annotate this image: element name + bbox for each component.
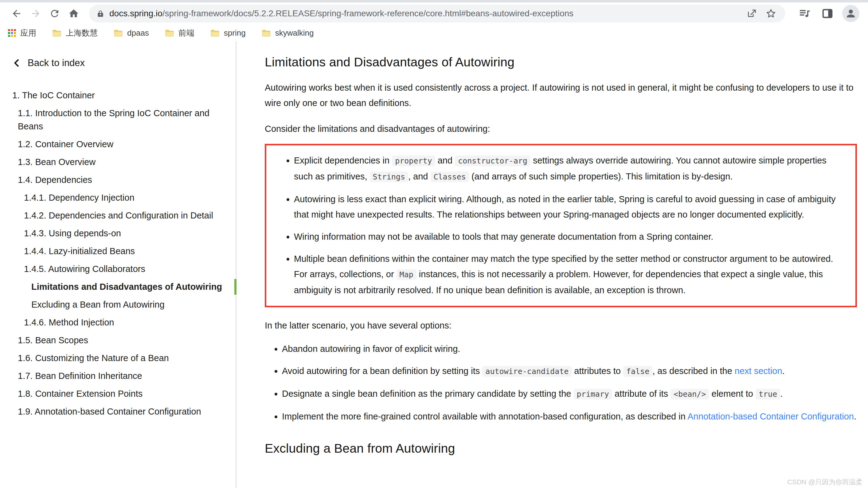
forward-icon[interactable] (28, 5, 43, 22)
bullet-text: , as described in the (652, 366, 735, 376)
csdn-watermark: CSDN @只因为你而温柔 (787, 478, 863, 487)
bullet-text: (and arrays of such simple properties). … (469, 172, 733, 181)
bullet-text: . (782, 366, 785, 376)
bullet-text: Implement the more fine-grained control … (282, 411, 687, 421)
sidebar-item-active[interactable]: Limitations and Disadvantages of Autowir… (12, 280, 236, 294)
apps-grid-icon (8, 29, 16, 37)
back-to-index-link[interactable]: Back to index (12, 58, 236, 68)
inline-code: false (623, 366, 652, 377)
inline-code: property (392, 155, 435, 166)
bookmark-label: 应用 (20, 28, 36, 38)
bullet-item: Wiring information may not be available … (294, 229, 846, 244)
sidebar-item[interactable]: 1.4. Dependencies (12, 173, 236, 186)
bullet-text: attributes to (571, 366, 623, 376)
profile-avatar[interactable] (842, 5, 859, 22)
bookmark-label: dpaas (127, 28, 149, 38)
back-icon[interactable] (9, 5, 25, 22)
sidebar-item[interactable]: 1.3. Bean Overview (12, 155, 236, 169)
bullet-text: Explicit dependencies in (294, 155, 392, 165)
bookmark-label: spring (224, 28, 246, 38)
inline-code: autowire-candidate (482, 366, 571, 377)
sidebar-item[interactable]: 1.2. Container Overview (12, 138, 236, 151)
back-to-index-label: Back to index (28, 58, 85, 68)
bookmark-folder[interactable]: skywalking (262, 28, 314, 38)
sidebar-item[interactable]: 1.1. Introduction to the Spring IoC Cont… (12, 106, 236, 133)
folder-icon (52, 29, 61, 37)
options-list: Abandon autowiring in favor of explicit … (265, 341, 857, 424)
bullet-item: Abandon autowiring in favor of explicit … (282, 341, 857, 357)
page-title: Limitations and Disadvantages of Autowir… (265, 55, 857, 69)
bullet-item: Autowiring is less exact than explicit w… (294, 191, 846, 222)
bookmark-apps[interactable]: 应用 (8, 28, 36, 38)
sidebar-item[interactable]: 1.9. Annotation-based Container Configur… (12, 405, 236, 418)
folder-icon (114, 29, 123, 37)
sidebar-item[interactable]: 1.8. Container Extension Points (12, 387, 236, 400)
inline-code: <bean/> (671, 389, 709, 399)
toc-list: 1. The IoC Container1.1. Introduction to… (12, 89, 236, 418)
sidebar-item[interactable]: 1.7. Bean Definition Inheritance (12, 369, 236, 383)
sidebar-item[interactable]: 1. The IoC Container (12, 89, 236, 102)
inline-code: Classes (431, 172, 469, 182)
bookmark-folder[interactable]: 前端 (165, 28, 194, 38)
share-icon[interactable] (745, 7, 758, 20)
sidebar-item[interactable]: 1.4.2. Dependencies and Configuration in… (12, 209, 236, 222)
media-controls-icon[interactable] (797, 5, 813, 22)
sidebar-item[interactable]: 1.6. Customizing the Nature of a Bean (12, 352, 236, 365)
folder-icon (210, 29, 220, 37)
bookmark-label: 上海数慧 (66, 28, 98, 38)
latter-paragraph: In the latter scenario, you have several… (265, 318, 857, 333)
bookmark-label: 前端 (179, 28, 194, 38)
inline-code: true (755, 389, 780, 399)
inline-code: primary (574, 389, 612, 399)
side-panel-icon[interactable] (819, 5, 835, 22)
bullet-text: Abandon autowiring in favor of explicit … (282, 344, 460, 354)
folder-icon (165, 29, 174, 37)
doc-content: Limitations and Disadvantages of Autowir… (237, 41, 868, 488)
doc-link[interactable]: Annotation-based Container Configuration (687, 411, 854, 421)
bookmark-label: skywalking (275, 28, 314, 38)
next-section-heading: Excluding a Bean from Autowiring (265, 441, 857, 456)
bullet-text: , and (408, 172, 431, 181)
bullet-text: . (854, 411, 856, 421)
url-bar[interactable]: docs.spring.io/spring-framework/docs/5.2… (89, 5, 785, 23)
sidebar-item[interactable]: Excluding a Bean from Autowiring (12, 298, 236, 311)
sidebar-item[interactable]: 1.4.3. Using depends-on (12, 227, 236, 240)
sidebar-item[interactable]: 1.4.1. Dependency Injection (12, 191, 236, 204)
consider-paragraph: Consider the limitations and disadvantag… (265, 121, 857, 136)
sidebar-item[interactable]: 1.4.6. Method Injection (12, 316, 236, 329)
chevron-left-icon (12, 58, 22, 68)
bullet-item: Multiple bean definitions within the con… (294, 251, 846, 298)
bullet-item: Avoid autowiring for a bean definition b… (282, 363, 857, 379)
intro-paragraph: Autowiring works best when it is used co… (265, 80, 857, 111)
limitations-list: Explicit dependencies in property and co… (269, 153, 846, 298)
bullet-item: Implement the more fine-grained control … (282, 409, 857, 424)
sidebar-item[interactable]: 1.4.5. Autowiring Collaborators (12, 263, 236, 276)
bullet-item: Designate a single bean definition as th… (282, 386, 857, 402)
bullet-text: Wiring information may not be available … (294, 232, 713, 242)
titlebar-strip (0, 0, 868, 2)
doc-link[interactable]: next section (735, 366, 782, 376)
bullet-item: Explicit dependencies in property and co… (294, 153, 846, 185)
sidebar-item[interactable]: 1.5. Bean Scopes (12, 334, 236, 347)
reload-icon[interactable] (47, 5, 63, 22)
browser-toolbar: docs.spring.io/spring-framework/docs/5.2… (0, 2, 868, 25)
bullet-text: Avoid autowiring for a bean definition b… (282, 366, 482, 376)
bookmark-folder[interactable]: 上海数慧 (52, 28, 98, 38)
bullet-text: attribute of its (612, 389, 671, 399)
url-text: docs.spring.io/spring-framework/docs/5.2… (110, 9, 740, 19)
bookmark-folder[interactable]: spring (210, 28, 246, 38)
inline-code: Strings (370, 172, 408, 182)
bullet-text: and (435, 155, 455, 165)
toc-sidebar: Back to index 1. The IoC Container1.1. I… (0, 41, 237, 488)
bullet-text: Designate a single bean definition as th… (282, 389, 574, 399)
inline-code: Map (397, 269, 416, 280)
home-icon[interactable] (66, 5, 82, 22)
bullet-text: Autowiring is less exact than explicit w… (294, 194, 836, 219)
bookmark-star-icon[interactable] (764, 7, 778, 20)
bookmarks-list: 上海数慧dpaas前端springskywalking (52, 28, 330, 38)
annotation-red-box: Explicit dependencies in property and co… (265, 144, 857, 307)
bookmark-folder[interactable]: dpaas (114, 28, 149, 38)
lock-icon (96, 9, 104, 18)
sidebar-item[interactable]: 1.4.4. Lazy-initialized Beans (12, 245, 236, 258)
folder-icon (262, 29, 271, 37)
